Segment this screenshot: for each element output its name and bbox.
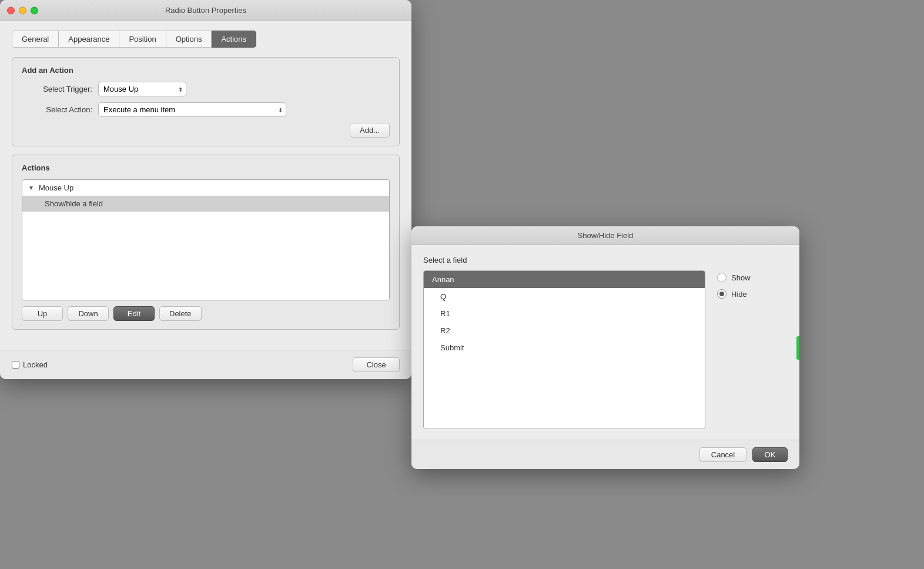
tree-arrow-icon: ▼ <box>28 185 34 191</box>
tab-position[interactable]: Position <box>119 31 166 48</box>
tree-child-label: Show/hide a field <box>45 199 103 208</box>
secondary-dialog-bottom: Cancel OK <box>411 440 799 469</box>
show-label: Show <box>731 273 751 282</box>
secondary-title-bar: Show/Hide Field <box>411 226 799 245</box>
action-buttons-row: Up Down Edit Delete <box>22 306 390 321</box>
tab-actions[interactable]: Actions <box>212 31 256 48</box>
field-item-q-label: Q <box>440 292 446 301</box>
field-list[interactable]: Annan Q R1 R2 Submit <box>423 270 705 429</box>
tab-general[interactable]: General <box>12 31 59 48</box>
main-dialog-title: Radio Button Properties <box>165 6 246 15</box>
down-button[interactable]: Down <box>68 306 109 321</box>
field-item-annan[interactable]: Annan <box>424 271 705 288</box>
field-item-submit[interactable]: Submit <box>424 339 705 356</box>
up-button[interactable]: Up <box>22 306 63 321</box>
ok-button[interactable]: OK <box>752 447 788 462</box>
trigger-label: Select Trigger: <box>22 85 92 93</box>
tree-parent-label: Mouse Up <box>39 183 73 192</box>
close-button[interactable]: Close <box>353 357 400 372</box>
action-select-wrapper: Execute a menu item Show/Hide a field Su… <box>98 102 286 117</box>
field-item-r2[interactable]: R2 <box>424 322 705 339</box>
maximize-window-button[interactable] <box>31 6 38 14</box>
main-dialog-content: General Appearance Position Options Acti… <box>0 21 411 350</box>
show-radio-button[interactable] <box>717 273 727 282</box>
actions-list[interactable]: ▼ Mouse Up Show/hide a field <box>22 179 390 300</box>
green-accent-bar <box>796 336 799 360</box>
secondary-dialog: Show/Hide Field Select a field Annan Q R… <box>411 226 799 469</box>
field-item-q[interactable]: Q <box>424 288 705 305</box>
add-button[interactable]: Add... <box>350 123 390 138</box>
edit-button[interactable]: Edit <box>113 306 155 321</box>
field-item-r1[interactable]: R1 <box>424 305 705 322</box>
add-action-label: Add an Action <box>22 66 390 75</box>
field-item-r2-label: R2 <box>440 326 450 335</box>
field-item-r1-label: R1 <box>440 309 450 318</box>
show-option[interactable]: Show <box>717 273 751 282</box>
window-controls <box>7 6 38 14</box>
hide-radio-dot <box>719 292 724 296</box>
select-field-heading: Select a field <box>423 256 788 265</box>
tab-appearance[interactable]: Appearance <box>59 31 119 48</box>
hide-label: Hide <box>731 290 747 299</box>
actions-empty-area <box>22 212 389 300</box>
trigger-select[interactable]: Mouse Up Mouse Down Mouse Enter Mouse Ex… <box>98 82 186 96</box>
actions-section: Actions ▼ Mouse Up Show/hide a field Up … <box>12 155 400 330</box>
tab-options[interactable]: Options <box>166 31 212 48</box>
tree-parent-item[interactable]: ▼ Mouse Up <box>22 180 389 196</box>
field-item-submit-label: Submit <box>440 343 464 352</box>
secondary-dialog-content: Select a field Annan Q R1 R2 Submit <box>411 245 799 440</box>
hide-radio-button[interactable] <box>717 289 727 299</box>
trigger-row: Select Trigger: Mouse Up Mouse Down Mous… <box>22 82 390 96</box>
action-select[interactable]: Execute a menu item Show/Hide a field Su… <box>98 102 286 117</box>
show-hide-options: Show Hide <box>717 270 751 299</box>
delete-button[interactable]: Delete <box>159 306 202 321</box>
add-action-section: Add an Action Select Trigger: Mouse Up M… <box>12 57 400 146</box>
locked-row: Locked <box>12 360 48 369</box>
main-dialog: Radio Button Properties General Appearan… <box>0 0 411 379</box>
locked-label: Locked <box>23 360 48 369</box>
trigger-select-wrapper: Mouse Up Mouse Down Mouse Enter Mouse Ex… <box>98 82 186 96</box>
locked-checkbox[interactable] <box>12 361 19 369</box>
field-item-annan-label: Annan <box>432 275 454 284</box>
action-label: Select Action: <box>22 105 92 114</box>
title-bar: Radio Button Properties <box>0 0 411 21</box>
minimize-window-button[interactable] <box>19 6 26 14</box>
secondary-dialog-title: Show/Hide Field <box>578 231 634 240</box>
cancel-button[interactable]: Cancel <box>699 447 746 462</box>
action-row: Select Action: Execute a menu item Show/… <box>22 102 390 117</box>
hide-option[interactable]: Hide <box>717 289 751 299</box>
tree-child-item[interactable]: Show/hide a field <box>22 196 389 212</box>
close-window-button[interactable] <box>7 6 15 14</box>
actions-label: Actions <box>22 163 390 172</box>
tabs-bar: General Appearance Position Options Acti… <box>12 31 400 48</box>
main-dialog-bottom: Locked Close <box>0 350 411 379</box>
field-list-area: Annan Q R1 R2 Submit Show <box>423 270 788 429</box>
add-button-row: Add... <box>22 123 390 138</box>
